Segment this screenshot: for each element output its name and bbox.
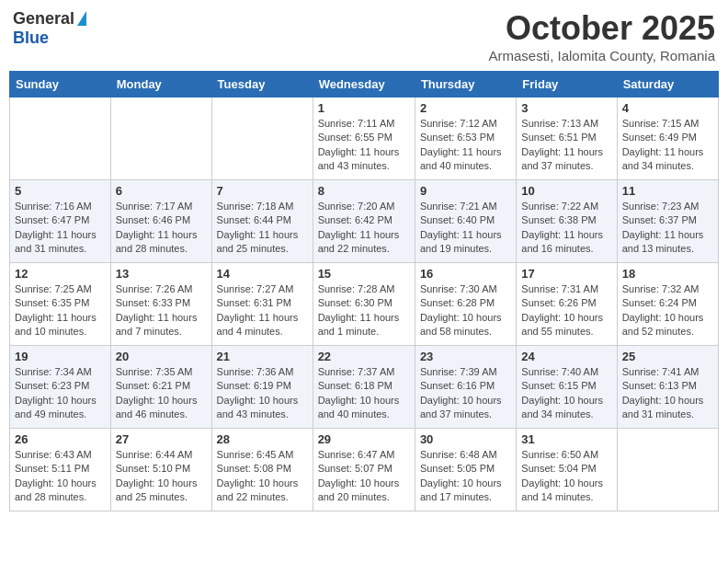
day-number: 6 bbox=[116, 184, 207, 198]
day-info: Sunrise: 6:50 AM Sunset: 5:04 PM Dayligh… bbox=[521, 448, 611, 505]
day-info: Sunrise: 7:25 AM Sunset: 6:35 PM Dayligh… bbox=[15, 282, 106, 339]
calendar-cell bbox=[10, 98, 111, 180]
calendar-cell: 26Sunrise: 6:43 AM Sunset: 5:11 PM Dayli… bbox=[10, 429, 111, 511]
calendar-cell: 25Sunrise: 7:41 AM Sunset: 6:13 PM Dayli… bbox=[617, 346, 718, 429]
day-number: 10 bbox=[521, 184, 611, 198]
weekday-header-saturday: Saturday bbox=[617, 72, 718, 98]
day-number: 23 bbox=[420, 350, 511, 363]
day-number: 21 bbox=[217, 350, 308, 363]
calendar-cell: 31Sunrise: 6:50 AM Sunset: 5:04 PM Dayli… bbox=[517, 429, 617, 511]
day-number: 1 bbox=[318, 101, 410, 115]
day-info: Sunrise: 6:45 AM Sunset: 5:08 PM Dayligh… bbox=[217, 448, 308, 505]
calendar-cell: 10Sunrise: 7:22 AM Sunset: 6:38 PM Dayli… bbox=[517, 180, 617, 263]
day-number: 24 bbox=[521, 350, 611, 363]
day-info: Sunrise: 7:11 AM Sunset: 6:55 PM Dayligh… bbox=[318, 117, 410, 174]
calendar-week-row: 26Sunrise: 6:43 AM Sunset: 5:11 PM Dayli… bbox=[10, 429, 719, 511]
calendar-cell: 8Sunrise: 7:20 AM Sunset: 6:42 PM Daylig… bbox=[313, 180, 415, 263]
day-number: 7 bbox=[217, 184, 308, 198]
calendar-cell: 30Sunrise: 6:48 AM Sunset: 5:05 PM Dayli… bbox=[415, 429, 516, 511]
calendar-table: SundayMondayTuesdayWednesdayThursdayFrid… bbox=[9, 71, 719, 511]
day-info: Sunrise: 7:23 AM Sunset: 6:37 PM Dayligh… bbox=[622, 200, 713, 257]
title-block: October 2025 Armasesti, Ialomita County,… bbox=[489, 9, 715, 63]
day-number: 20 bbox=[116, 350, 207, 363]
calendar-cell: 27Sunrise: 6:44 AM Sunset: 5:10 PM Dayli… bbox=[110, 429, 211, 511]
calendar-cell: 5Sunrise: 7:16 AM Sunset: 6:47 PM Daylig… bbox=[10, 180, 111, 263]
calendar-cell: 4Sunrise: 7:15 AM Sunset: 6:49 PM Daylig… bbox=[617, 98, 718, 180]
day-info: Sunrise: 7:30 AM Sunset: 6:28 PM Dayligh… bbox=[420, 282, 511, 339]
day-number: 18 bbox=[622, 267, 713, 281]
calendar-cell: 12Sunrise: 7:25 AM Sunset: 6:35 PM Dayli… bbox=[10, 263, 111, 346]
day-info: Sunrise: 7:15 AM Sunset: 6:49 PM Dayligh… bbox=[622, 117, 713, 174]
calendar-week-row: 1Sunrise: 7:11 AM Sunset: 6:55 PM Daylig… bbox=[10, 98, 719, 180]
logo-general-text: General bbox=[13, 9, 74, 29]
weekday-header-wednesday: Wednesday bbox=[313, 72, 415, 98]
calendar-cell: 18Sunrise: 7:32 AM Sunset: 6:24 PM Dayli… bbox=[617, 263, 718, 346]
calendar-cell: 20Sunrise: 7:35 AM Sunset: 6:21 PM Dayli… bbox=[110, 346, 211, 429]
day-number: 9 bbox=[420, 184, 511, 198]
weekday-header-thursday: Thursday bbox=[415, 72, 516, 98]
day-info: Sunrise: 7:31 AM Sunset: 6:26 PM Dayligh… bbox=[521, 282, 611, 339]
day-info: Sunrise: 7:39 AM Sunset: 6:16 PM Dayligh… bbox=[420, 365, 511, 422]
day-info: Sunrise: 7:34 AM Sunset: 6:23 PM Dayligh… bbox=[15, 365, 106, 422]
calendar-cell: 16Sunrise: 7:30 AM Sunset: 6:28 PM Dayli… bbox=[415, 263, 516, 346]
logo-blue-text: Blue bbox=[13, 29, 49, 48]
calendar-cell: 24Sunrise: 7:40 AM Sunset: 6:15 PM Dayli… bbox=[517, 346, 617, 429]
calendar-header-row: SundayMondayTuesdayWednesdayThursdayFrid… bbox=[10, 72, 719, 98]
calendar-cell: 23Sunrise: 7:39 AM Sunset: 6:16 PM Dayli… bbox=[415, 346, 516, 429]
logo: General Blue bbox=[13, 9, 86, 48]
day-info: Sunrise: 6:44 AM Sunset: 5:10 PM Dayligh… bbox=[116, 448, 207, 505]
day-info: Sunrise: 7:16 AM Sunset: 6:47 PM Dayligh… bbox=[15, 200, 106, 257]
calendar-cell: 3Sunrise: 7:13 AM Sunset: 6:51 PM Daylig… bbox=[517, 98, 617, 180]
day-number: 2 bbox=[420, 101, 511, 115]
calendar-cell: 19Sunrise: 7:34 AM Sunset: 6:23 PM Dayli… bbox=[10, 346, 111, 429]
calendar-cell bbox=[211, 98, 313, 180]
calendar-week-row: 5Sunrise: 7:16 AM Sunset: 6:47 PM Daylig… bbox=[10, 180, 719, 263]
calendar-cell: 11Sunrise: 7:23 AM Sunset: 6:37 PM Dayli… bbox=[617, 180, 718, 263]
calendar-cell: 6Sunrise: 7:17 AM Sunset: 6:46 PM Daylig… bbox=[110, 180, 211, 263]
day-info: Sunrise: 7:13 AM Sunset: 6:51 PM Dayligh… bbox=[521, 117, 611, 174]
day-info: Sunrise: 7:36 AM Sunset: 6:19 PM Dayligh… bbox=[217, 365, 308, 422]
day-number: 4 bbox=[622, 101, 713, 115]
calendar-cell: 13Sunrise: 7:26 AM Sunset: 6:33 PM Dayli… bbox=[110, 263, 211, 346]
calendar-cell: 29Sunrise: 6:47 AM Sunset: 5:07 PM Dayli… bbox=[313, 429, 415, 511]
month-title: October 2025 bbox=[489, 9, 715, 48]
calendar-cell bbox=[617, 429, 718, 511]
day-number: 16 bbox=[420, 267, 511, 281]
calendar-cell: 2Sunrise: 7:12 AM Sunset: 6:53 PM Daylig… bbox=[415, 98, 516, 180]
day-info: Sunrise: 7:20 AM Sunset: 6:42 PM Dayligh… bbox=[318, 200, 410, 257]
day-number: 14 bbox=[217, 267, 308, 281]
calendar-cell: 15Sunrise: 7:28 AM Sunset: 6:30 PM Dayli… bbox=[313, 263, 415, 346]
calendar-cell: 1Sunrise: 7:11 AM Sunset: 6:55 PM Daylig… bbox=[313, 98, 415, 180]
day-number: 29 bbox=[318, 432, 410, 446]
calendar-cell: 28Sunrise: 6:45 AM Sunset: 5:08 PM Dayli… bbox=[211, 429, 313, 511]
logo-triangle-icon bbox=[77, 11, 86, 26]
day-info: Sunrise: 7:41 AM Sunset: 6:13 PM Dayligh… bbox=[622, 365, 713, 422]
day-info: Sunrise: 7:32 AM Sunset: 6:24 PM Dayligh… bbox=[622, 282, 713, 339]
day-info: Sunrise: 7:28 AM Sunset: 6:30 PM Dayligh… bbox=[318, 282, 410, 339]
day-number: 15 bbox=[318, 267, 410, 281]
day-info: Sunrise: 7:21 AM Sunset: 6:40 PM Dayligh… bbox=[420, 200, 511, 257]
calendar-cell: 7Sunrise: 7:18 AM Sunset: 6:44 PM Daylig… bbox=[211, 180, 313, 263]
day-number: 5 bbox=[15, 184, 106, 198]
weekday-header-monday: Monday bbox=[110, 72, 211, 98]
weekday-header-sunday: Sunday bbox=[10, 72, 111, 98]
day-number: 22 bbox=[318, 350, 410, 363]
day-info: Sunrise: 7:17 AM Sunset: 6:46 PM Dayligh… bbox=[116, 200, 207, 257]
calendar-week-row: 12Sunrise: 7:25 AM Sunset: 6:35 PM Dayli… bbox=[10, 263, 719, 346]
calendar-cell: 22Sunrise: 7:37 AM Sunset: 6:18 PM Dayli… bbox=[313, 346, 415, 429]
day-number: 12 bbox=[15, 267, 106, 281]
day-info: Sunrise: 7:12 AM Sunset: 6:53 PM Dayligh… bbox=[420, 117, 511, 174]
calendar-cell bbox=[110, 98, 211, 180]
day-info: Sunrise: 6:48 AM Sunset: 5:05 PM Dayligh… bbox=[420, 448, 511, 505]
day-number: 11 bbox=[622, 184, 713, 198]
day-number: 19 bbox=[15, 350, 106, 363]
day-number: 13 bbox=[116, 267, 207, 281]
weekday-header-tuesday: Tuesday bbox=[211, 72, 313, 98]
day-number: 30 bbox=[420, 432, 511, 446]
day-info: Sunrise: 6:47 AM Sunset: 5:07 PM Dayligh… bbox=[318, 448, 410, 505]
weekday-header-friday: Friday bbox=[517, 72, 617, 98]
page-header: General Blue October 2025 Armasesti, Ial… bbox=[9, 9, 719, 63]
day-info: Sunrise: 7:27 AM Sunset: 6:31 PM Dayligh… bbox=[217, 282, 308, 339]
day-info: Sunrise: 7:22 AM Sunset: 6:38 PM Dayligh… bbox=[521, 200, 611, 257]
day-info: Sunrise: 7:26 AM Sunset: 6:33 PM Dayligh… bbox=[116, 282, 207, 339]
